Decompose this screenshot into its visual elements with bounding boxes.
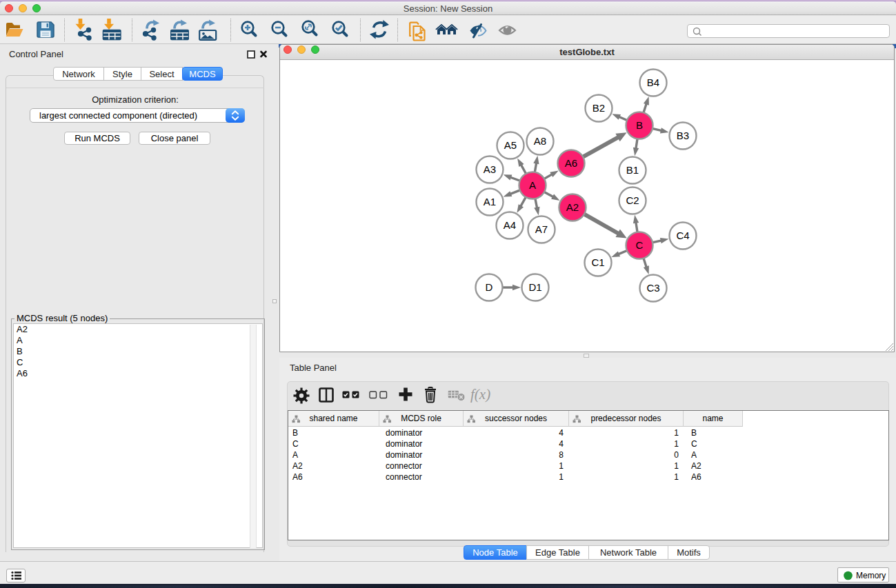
svg-text:A7: A7 — [535, 223, 548, 235]
svg-text:A8: A8 — [534, 135, 546, 147]
svg-text:A1: A1 — [484, 196, 496, 207]
svg-text:B3: B3 — [677, 130, 689, 141]
svg-text:C: C — [636, 239, 644, 251]
svg-text:C3: C3 — [646, 282, 659, 294]
svg-text:B4: B4 — [647, 77, 659, 88]
svg-text:A5: A5 — [504, 139, 517, 151]
svg-text:B1: B1 — [626, 164, 639, 176]
svg-text:A: A — [529, 179, 536, 191]
svg-text:B: B — [636, 119, 643, 131]
svg-text:A2: A2 — [566, 201, 579, 213]
svg-text:B2: B2 — [593, 102, 605, 114]
svg-text:D: D — [486, 281, 493, 293]
svg-text:C1: C1 — [591, 256, 604, 268]
svg-text:A6: A6 — [565, 157, 577, 169]
svg-text:A3: A3 — [484, 163, 496, 175]
svg-text:C4: C4 — [676, 230, 689, 241]
svg-text:A4: A4 — [504, 219, 516, 231]
svg-text:C2: C2 — [626, 194, 639, 206]
svg-text:D1: D1 — [528, 281, 541, 293]
